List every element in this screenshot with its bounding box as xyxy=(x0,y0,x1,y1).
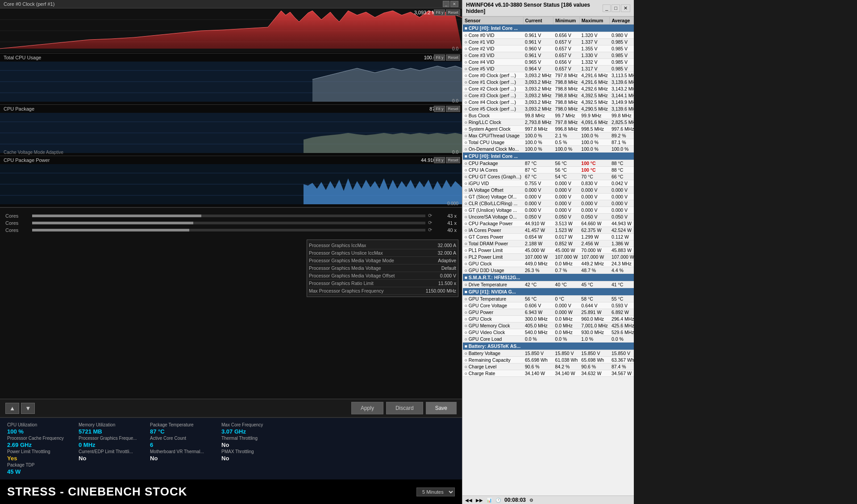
slider-fill-0 xyxy=(32,215,201,217)
save-button[interactable]: Save xyxy=(426,402,457,414)
cpu-package-bottom-left: Cache Voltage Mode Adaptive xyxy=(4,150,63,155)
table-row[interactable]: ○ IA Voltage Offset0.000 V0.000 V0.000 V… xyxy=(463,187,634,194)
clock-fit-btn[interactable]: Fit y xyxy=(434,9,445,16)
slider-icon-1[interactable]: ⟳ xyxy=(425,220,434,226)
table-row[interactable]: ○ Core #5 VID0.964 V0.657 V1.317 V0.985 … xyxy=(463,66,634,72)
table-row[interactable]: ○ System Agent Clock997.8 MHz996.8 MHz99… xyxy=(463,126,634,132)
table-row[interactable]: ○ Core #0 VID0.961 V0.656 V1.320 V0.980 … xyxy=(463,32,634,39)
prev-icon[interactable]: ◀◀ xyxy=(465,498,472,503)
table-row[interactable]: ○ GPU Clock300.0 MHz0.0 MHz960.0 MHz296.… xyxy=(463,316,634,322)
arrow-up-btn[interactable]: ▲ xyxy=(5,403,19,414)
slider-bar-1[interactable] xyxy=(32,222,425,224)
power-throttle-label: Power Limit Throttling xyxy=(7,449,70,454)
pkg-temp-value: 87 °C xyxy=(150,428,212,435)
stat-gfx-freq: Processor Graphics Freque... 0 MHz xyxy=(79,436,141,448)
table-row[interactable]: ○ Core #4 VID0.965 V0.656 V1.332 V0.985 … xyxy=(463,59,634,66)
table-row[interactable]: ○ CLR (CBo/LLC/Ring) ...0.000 V0.000 V0.… xyxy=(463,200,634,207)
table-row[interactable]: ○ Core #2 VID0.960 V0.657 V1.355 V0.985 … xyxy=(463,45,634,52)
slider-mult-0: 43 x xyxy=(434,213,457,219)
pkg-temp-label: Package Temperature xyxy=(150,422,212,427)
package-reset-btn[interactable]: Reset xyxy=(446,106,460,112)
hwinfo-close[interactable]: ✕ xyxy=(621,4,630,12)
power-reset-btn[interactable]: Reset xyxy=(446,157,460,163)
table-row[interactable]: ○ GT (Unslice) Voltage ...0.000 V0.000 V… xyxy=(463,207,634,214)
cpu-util-label: CPU Utilization xyxy=(7,422,70,427)
bottom-stats: CPU Utilization 100 % Memory Utilization… xyxy=(0,417,462,479)
close-btn[interactable]: ✕ xyxy=(450,1,458,7)
cpu-package-bottom: 0.0 xyxy=(452,150,458,155)
arrow-down-btn[interactable]: ▼ xyxy=(21,403,35,414)
table-row[interactable]: ○ GPU Power6.943 W0.000 W25.891 W6.892 W xyxy=(463,309,634,316)
settings-overlay: Processor Graphics IccMax 32.000 A Proce… xyxy=(307,240,458,297)
table-row[interactable]: ○ IA Cores Power41.457 W1.523 W62.375 W4… xyxy=(463,227,634,234)
settings-row-6: Max Processor Graphics Frequency 1150.00… xyxy=(309,287,456,295)
gfx-freq-label: Processor Graphics Freque... xyxy=(79,436,141,441)
time-dropdown[interactable]: 5 Minutes xyxy=(416,487,455,496)
settings-icon[interactable]: ⚙ xyxy=(529,498,533,503)
table-row[interactable]: ○ Bus Clock99.8 MHz99.7 MHz99.9 MHz99.8 … xyxy=(463,112,634,119)
usage-fit-btn[interactable]: Fit y xyxy=(434,54,445,61)
package-fit-btn[interactable]: Fit y xyxy=(434,106,445,112)
table-row[interactable]: ○ Total DRAM Power2.188 W0.852 W2.456 W1… xyxy=(463,240,634,247)
table-row[interactable]: ○ GPU D3D Usage26.3 %0.7 %48.7 %4.4 % xyxy=(463,267,634,274)
table-row[interactable]: ○ Core #4 Clock (perf ...)3,093.2 MHz798… xyxy=(463,99,634,106)
table-row[interactable]: ○ CPU GT Cores (Graph...)67 °C54 °C70 °C… xyxy=(463,174,634,180)
table-row[interactable]: ○ Core #1 VID0.961 V0.657 V1.337 V0.985 … xyxy=(463,39,634,45)
table-row[interactable]: ○ Charge Level90.6 %84.2 %90.6 %87.4 % xyxy=(463,364,634,370)
stat-edp-throttle: Current/EDP Limit Throttli... No xyxy=(79,449,141,462)
table-row[interactable]: ○ CPU IA Cores87 °C56 °C100 °C88 °C xyxy=(463,167,634,174)
table-row[interactable]: ○ Remaining Capacity65.698 Wh61.038 Wh65… xyxy=(463,357,634,364)
table-row[interactable]: ○ Uncore/SA Voltage O...0.050 V0.050 V0.… xyxy=(463,214,634,220)
stat-thermal: Thermal Throttling No xyxy=(221,436,284,448)
table-row[interactable]: ○ On-Demand Clock Mo...100.0 %100.0 %100… xyxy=(463,146,634,153)
table-row[interactable]: ○ Core #2 Clock (perf ...)3,093.2 MHz798… xyxy=(463,86,634,92)
table-row[interactable]: ○ PL1 Power Limit45.000 W45.000 W70.000 … xyxy=(463,247,634,254)
table-row[interactable]: ○ GT Cores Power0.654 W0.017 W1.299 W0.1… xyxy=(463,234,634,240)
apply-button[interactable]: Apply xyxy=(351,402,383,414)
clock-reset-btn[interactable]: Reset xyxy=(446,9,460,16)
chart-icon[interactable]: 📊 xyxy=(487,498,492,503)
slider-row-2: Cores ⟳ 40 x xyxy=(5,227,457,233)
hwinfo-maximize[interactable]: □ xyxy=(612,4,620,12)
slider-bar-0[interactable] xyxy=(32,215,425,217)
table-row[interactable]: ○ Max CPU/Thread Usage100.0 %2.1 %100.0 … xyxy=(463,132,634,139)
cpu-power-bottom: 0.000 xyxy=(447,201,458,206)
next-icon[interactable]: ▶▶ xyxy=(476,498,483,503)
table-row[interactable]: ○ GPU Video Clock540.0 MHz0.0 MHz930.0 M… xyxy=(463,329,634,336)
hwinfo-sensors-table: Sensor Current Minimum Maximum Average ■… xyxy=(462,17,634,377)
table-row[interactable]: ○ Core #5 Clock (perf ...)3,093.2 MHz798… xyxy=(463,106,634,112)
table-row[interactable]: ○ GPU Clock449.0 MHz0.0 MHz449.2 MHz24.3… xyxy=(463,260,634,267)
table-row[interactable]: ○ GT (Slice) Voltage Of...0.000 V0.000 V… xyxy=(463,194,634,200)
cpu-usage-svg xyxy=(0,62,462,102)
table-row[interactable]: ○ Battery Voltage15.850 V15.850 V15.850 … xyxy=(463,350,634,357)
table-row[interactable]: ○ Drive Temperature42 °C40 °C45 °C41 °C xyxy=(463,281,634,288)
power-fit-btn[interactable]: Fit y xyxy=(434,157,445,163)
slider-icon-0[interactable]: ⟳ xyxy=(425,213,434,219)
slider-bar-2[interactable] xyxy=(32,229,425,231)
slider-icon-2[interactable]: ⟳ xyxy=(425,227,434,233)
table-row[interactable]: ○ GPU Core Voltage0.606 V0.000 V0.644 V0… xyxy=(463,302,634,309)
section-header: ■ Battery: ASUSTeK AS... xyxy=(463,343,634,350)
table-row[interactable]: ○ GPU Temperature56 °C0 °C58 °C55 °C xyxy=(463,296,634,302)
table-row[interactable]: ○ Core #3 VID0.961 V0.657 V1.330 V0.985 … xyxy=(463,52,634,59)
hwinfo-minimize[interactable]: _ xyxy=(603,4,611,12)
thermal-value: No xyxy=(221,442,284,448)
table-row[interactable]: ○ GPU Memory Clock405.0 MHz0.0 MHz7,001.… xyxy=(463,322,634,329)
table-row[interactable]: ○ Total CPU Usage100.0 %0.5 %100.0 %87.1… xyxy=(463,139,634,146)
table-row[interactable]: ○ PL2 Power Limit107.000 W107.000 W107.0… xyxy=(463,254,634,260)
mem-util-label: Memory Utilization xyxy=(79,422,141,427)
table-row[interactable]: ○ Ring/LLC Clock2,793.8 MHz797.8 MHz4,09… xyxy=(463,119,634,126)
table-row[interactable]: ○ GPU Core Load0.0 %0.0 %1.0 %0.0 % xyxy=(463,336,634,343)
usage-reset-btn[interactable]: Reset xyxy=(446,54,460,61)
table-row[interactable]: ○ Charge Rate34.140 W34.140 W34.632 W34.… xyxy=(463,370,634,377)
settings-row-5: Processor Graphics Ratio Limit 11.500 x xyxy=(309,280,456,287)
statusbar-icons: ◀◀ ▶▶ 📊 🕐 00:08:03 ⚙ xyxy=(465,497,533,503)
table-row[interactable]: ○ CPU Package Power44.910 W3.513 W64.660… xyxy=(463,220,634,227)
minimize-btn[interactable]: _ xyxy=(443,1,449,7)
table-row[interactable]: ○ CPU Package87 °C56 °C100 °C88 °C xyxy=(463,160,634,167)
table-row[interactable]: ○ Core #1 Clock (perf ...)3,093.2 MHz798… xyxy=(463,79,634,86)
discard-button[interactable]: Discard xyxy=(386,402,423,414)
table-row[interactable]: ○ Core #3 Clock (perf ...)3,093.2 MHz798… xyxy=(463,92,634,99)
table-row[interactable]: ○ iGPU VID0.755 V0.000 V0.830 V0.042 V xyxy=(463,180,634,187)
table-row[interactable]: ○ Core #0 Clock (perf ...)3,093.2 MHz797… xyxy=(463,72,634,79)
